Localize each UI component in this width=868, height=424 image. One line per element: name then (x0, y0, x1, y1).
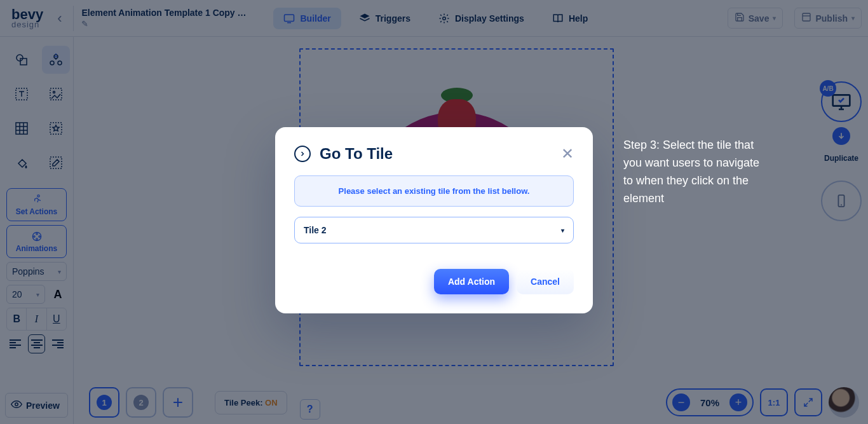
tile-select-value: Tile 2 (304, 225, 327, 235)
chevron-right-circle-icon (294, 146, 311, 162)
chevron-down-icon: ▾ (561, 227, 564, 234)
modal-info: Please select an existing tile from the … (294, 175, 574, 207)
add-action-button[interactable]: Add Action (434, 269, 509, 294)
modal-header: Go To Tile ✕ (294, 145, 574, 163)
cancel-button[interactable]: Cancel (517, 269, 574, 294)
close-icon[interactable]: ✕ (561, 145, 574, 163)
onboarding-help-text: Step 3: Select the tile that you want us… (623, 137, 770, 208)
go-to-tile-modal: Go To Tile ✕ Please select an existing t… (275, 127, 593, 313)
modal-actions: Add Action Cancel (294, 269, 574, 294)
modal-title: Go To Tile (320, 145, 393, 163)
modal-overlay: Go To Tile ✕ Please select an existing t… (0, 0, 868, 424)
tile-select-dropdown[interactable]: Tile 2 ▾ (294, 217, 574, 243)
